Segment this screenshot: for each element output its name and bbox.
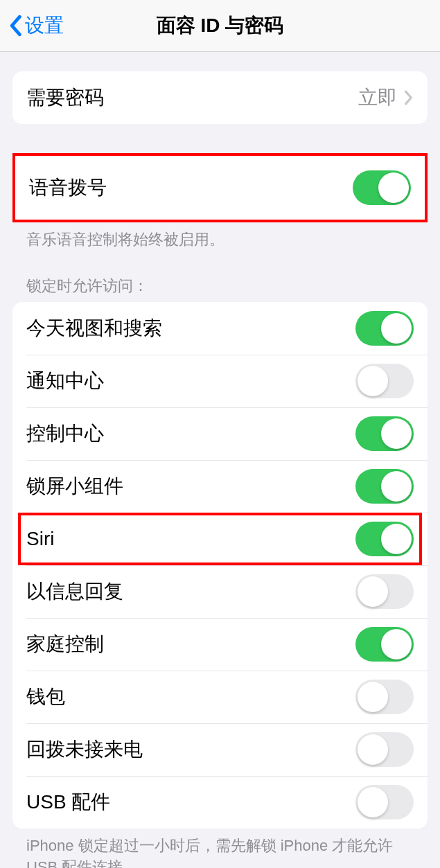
- locked-access-row: 今天视图和搜索: [12, 302, 428, 355]
- voice-dial-footer: 音乐语音控制将始终被启用。: [0, 222, 440, 251]
- voice-dial-label: 语音拨号: [29, 175, 107, 201]
- locked-access-row: 钱包: [12, 671, 428, 723]
- locked-access-label: 今天视图和搜索: [26, 315, 162, 342]
- locked-access-label: 控制中心: [26, 420, 104, 447]
- locked-access-toggle[interactable]: [355, 574, 414, 609]
- locked-access-group: 今天视图和搜索通知中心控制中心锁屏小组件Siri以信息回复家庭控制钱包回拨未接来…: [12, 302, 428, 829]
- locked-access-row: 锁屏小组件: [12, 460, 428, 513]
- locked-access-label: 家庭控制: [26, 631, 104, 657]
- locked-access-footer: iPhone 锁定超过一小时后，需先解锁 iPhone 才能允许 USB 配件连…: [0, 829, 440, 868]
- locked-access-row: USB 配件: [12, 776, 428, 829]
- back-label: 设置: [25, 12, 64, 39]
- locked-access-toggle[interactable]: [355, 522, 414, 556]
- locked-access-row: 以信息回复: [12, 565, 428, 618]
- require-passcode-row[interactable]: 需要密码 立即: [12, 71, 428, 124]
- locked-access-row: 通知中心: [12, 355, 428, 407]
- locked-access-toggle[interactable]: [355, 732, 414, 767]
- locked-access-row: 家庭控制: [12, 618, 428, 671]
- locked-access-toggle[interactable]: [355, 364, 414, 398]
- locked-access-label: 锁屏小组件: [26, 473, 123, 499]
- require-passcode-group: 需要密码 立即: [12, 71, 428, 124]
- locked-access-label: 以信息回复: [26, 578, 123, 605]
- require-passcode-label: 需要密码: [26, 85, 104, 111]
- voice-dial-group: 语音拨号: [12, 153, 428, 222]
- locked-access-label: 钱包: [26, 684, 65, 710]
- locked-access-label: 通知中心: [26, 368, 104, 394]
- chevron-left-icon: [8, 15, 22, 37]
- navigation-bar: 设置 面容 ID 与密码: [0, 0, 440, 52]
- back-button[interactable]: 设置: [8, 12, 64, 39]
- locked-access-row: Siri: [12, 513, 428, 565]
- locked-access-toggle[interactable]: [355, 627, 414, 662]
- locked-access-label: Siri: [26, 528, 54, 550]
- chevron-right-icon: [404, 90, 414, 105]
- page-title: 面容 ID 与密码: [157, 12, 284, 39]
- locked-access-label: USB 配件: [26, 789, 110, 815]
- require-passcode-value: 立即: [358, 85, 397, 111]
- locked-access-label: 回拨未接来电: [26, 736, 143, 763]
- locked-access-toggle[interactable]: [355, 311, 414, 346]
- locked-access-row: 控制中心: [12, 407, 428, 460]
- voice-dial-row: 语音拨号: [15, 157, 425, 218]
- locked-access-header: 锁定时允许访问：: [0, 276, 440, 302]
- locked-access-toggle[interactable]: [355, 416, 414, 451]
- voice-dial-toggle[interactable]: [353, 170, 411, 205]
- content: 需要密码 立即 语音拨号 音乐语音控制将始终被启用。 锁定时允许访问： 今天视图…: [0, 71, 440, 868]
- locked-access-toggle[interactable]: [355, 469, 414, 504]
- locked-access-toggle[interactable]: [355, 680, 414, 714]
- locked-access-row: 回拨未接来电: [12, 723, 428, 776]
- locked-access-toggle[interactable]: [355, 785, 414, 820]
